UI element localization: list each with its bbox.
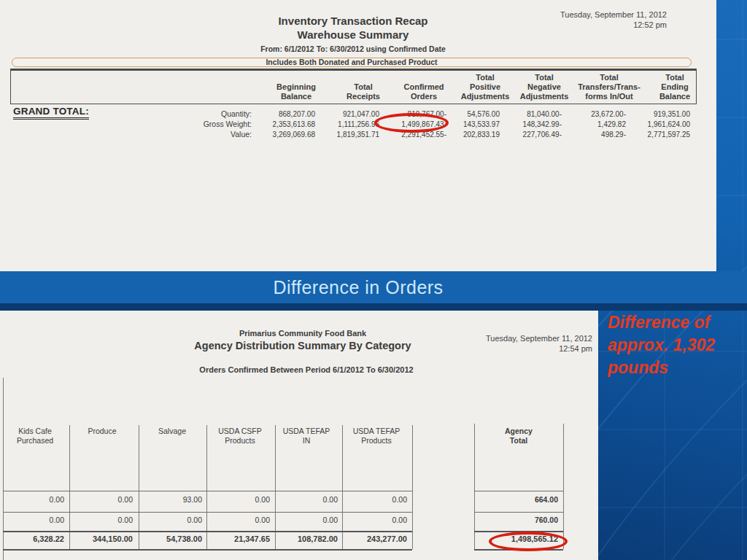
table-rule — [474, 491, 563, 491]
cell: 2,353,613.68 — [273, 120, 315, 129]
cell: 54,738.00 — [166, 534, 202, 544]
band-divider — [0, 303, 747, 311]
cell: 143,533.97 — [463, 120, 500, 129]
report-datetime: Tuesday, September 11, 2012 12:54 pm — [486, 333, 592, 354]
cell: 0.00 — [118, 516, 133, 525]
cell: 81,040.00- — [527, 109, 562, 119]
cell: 21,347.65 — [234, 534, 270, 544]
cell: 6,328.22 — [33, 534, 64, 544]
cell: 868,207.00 — [279, 109, 315, 119]
cell: 1,819,351.71 — [337, 130, 379, 139]
col-header-total-negative-adjustments: Total Negative Adjustments — [520, 73, 569, 101]
cell: 148,342.99- — [523, 120, 562, 129]
cell: 1,111,256.96 — [338, 120, 379, 129]
slide-title-band: Difference in Orders — [0, 271, 747, 303]
cell: 0.00 — [392, 516, 407, 525]
cell: 0.00 — [118, 495, 133, 505]
red-highlight-ellipse-agency-total — [489, 532, 568, 551]
slide-title: Difference in Orders — [0, 271, 747, 303]
row-label: Gross Weight: — [204, 120, 252, 129]
agency-distribution-report: Primarius Community Food Bank Agency Dis… — [0, 311, 598, 560]
cell: 0.00 — [255, 516, 270, 525]
cell: 1,961,624.00 — [648, 120, 690, 129]
table-row-quantity: Quantity: 868,207.00 921,047.00 819,767.… — [10, 109, 697, 119]
table-rule — [3, 378, 4, 560]
cell: 243,277.00 — [367, 534, 407, 544]
table-rule — [3, 531, 412, 532]
col-header-usda-tefap-products: USDA TEFAP Products — [353, 427, 400, 446]
cell: 498.29- — [601, 130, 626, 139]
cell: 919,351.00 — [654, 109, 690, 119]
table-header-box: Beginning Balance Total Receipts Confirm… — [10, 69, 697, 104]
cell: 2,771,597.25 — [648, 130, 690, 139]
col-header-beginning-balance: Beginning Balance — [276, 82, 316, 101]
cell: 921,047.00 — [343, 109, 379, 119]
col-header-total-transfers: Total Transfers/Trans- forms In/Out — [578, 73, 640, 101]
table-rule — [412, 425, 413, 549]
cell: 54,576.00 — [468, 109, 500, 119]
inventory-recap-report: Tuesday, September 11, 2012 12:52 pm Inv… — [0, 0, 716, 271]
cell: 344,150.00 — [93, 534, 133, 544]
red-highlight-ellipse-confirmed-orders — [374, 113, 449, 133]
report-title-line1: Inventory Transaction Recap — [0, 14, 706, 28]
col-header-produce: Produce — [88, 427, 116, 436]
col-header-total-receipts: Total Receipts — [347, 82, 380, 101]
report-title-line2: Warehouse Summary — [0, 28, 706, 42]
table-rule — [474, 512, 563, 513]
cell: 0.00 — [255, 495, 270, 505]
col-header-agency-total: Agency Total — [505, 427, 533, 446]
col-header-salvage: Salvage — [158, 427, 186, 436]
cell: 0.00 — [50, 516, 64, 525]
table-row-gross-weight: Gross Weight: 2,353,613.68 1,111,256.96 … — [10, 120, 697, 129]
col-header-confirmed-orders: Confirmed Orders — [404, 82, 444, 101]
report-subtitle: Orders Confirmed Between Period 6/1/2012… — [11, 365, 602, 374]
cell-agency-total: 760.00 — [535, 516, 558, 525]
cell: 0.00 — [187, 516, 202, 525]
report-time: 12:54 pm — [486, 343, 592, 354]
cell: 1,429.82 — [597, 120, 626, 129]
table-rule — [3, 512, 412, 513]
table-rule — [3, 491, 412, 491]
cell: 0.00 — [323, 516, 338, 525]
difference-annotation: Difference of approx. 1,302 pounds — [608, 311, 747, 379]
cell: 202,833.19 — [463, 130, 500, 139]
cell-agency-total: 664.00 — [535, 495, 558, 505]
cell: 3,269,069.68 — [273, 130, 315, 139]
cell: 108,782.00 — [298, 534, 338, 544]
table-rule — [563, 424, 564, 549]
row-label: Value: — [231, 130, 252, 139]
col-header-kids-cafe-purchased: Kids Cafe Purchased — [17, 427, 53, 446]
cell: 23,672.00- — [591, 109, 626, 119]
table-rule — [3, 549, 412, 551]
report-date-range: From: 6/1/2012 To: 6/30/2012 using Confi… — [0, 44, 706, 53]
cell: 0.00 — [50, 495, 64, 505]
cell: 0.00 — [392, 495, 407, 505]
report-date: Tuesday, September 11, 2012 — [486, 333, 592, 343]
cell: 93.00 — [183, 495, 202, 505]
col-header-total-positive-adjustments: Total Positive Adjustments — [461, 73, 510, 101]
col-header-total-ending-balance: Total Ending Balance — [659, 73, 690, 101]
includes-banner: Includes Both Donated and Purchased Prod… — [12, 58, 692, 67]
cell: 0.00 — [323, 495, 338, 505]
col-header-usda-tefap-in: USDA TEFAP IN — [283, 427, 330, 446]
col-header-usda-csfp-products: USDA CSFP Products — [218, 427, 262, 446]
cell: 227,706.49- — [523, 130, 562, 139]
slide: Difference in Orders Tuesday, September … — [0, 0, 747, 560]
table-row-value: Value: 3,269,069.68 1,819,351.71 2,291,4… — [10, 130, 697, 139]
row-label: Quantity: — [221, 109, 252, 119]
